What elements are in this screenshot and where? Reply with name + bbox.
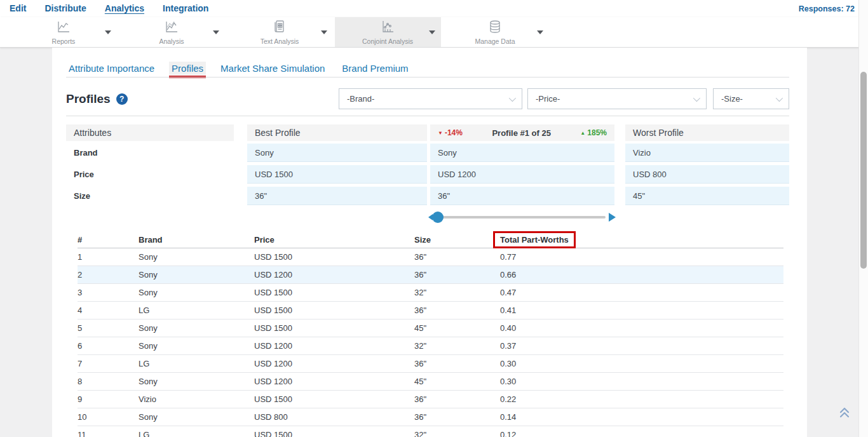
table-row[interactable]: 4LGUSD 150036"0.41 — [78, 302, 783, 319]
column-header-total-part-worths[interactable]: Total Part-Worths — [500, 231, 783, 248]
table-body: 1SonyUSD 150036"0.772SonyUSD 120036"0.66… — [78, 248, 783, 437]
delta-up-badge: ▲ 185% — [580, 128, 607, 137]
size-filter-select[interactable]: -Size- — [713, 88, 789, 109]
table-cell: Sony — [139, 288, 254, 297]
table-row[interactable]: 2SonyUSD 120036"0.66 — [78, 266, 783, 284]
vertical-scrollbar[interactable] — [858, 0, 868, 437]
column-header-price[interactable]: Price — [254, 235, 414, 245]
slider-track[interactable] — [439, 216, 606, 218]
divider — [66, 77, 789, 77]
conjoint-analysis-dropdown-caret[interactable] — [429, 30, 435, 34]
annotation-highlight-box: Total Part-Worths — [493, 231, 576, 248]
brand-filter-value: -Brand- — [347, 94, 374, 104]
table-row[interactable]: 10SonyUSD 80036"0.14 — [78, 408, 783, 426]
table-cell: LG — [139, 430, 254, 437]
table-row[interactable]: 5SonyUSD 150045"0.40 — [78, 319, 783, 337]
chevron-down-icon — [509, 94, 516, 101]
table-cell: 36" — [414, 394, 500, 404]
table-row[interactable]: 11LGUSD 150032"0.12 — [78, 426, 783, 437]
slider-next-arrow[interactable] — [609, 213, 616, 222]
nav-item-integration[interactable]: Integration — [163, 3, 208, 14]
table-cell: 0.47 — [500, 288, 783, 297]
table-row[interactable]: 6SonyUSD 120032"0.37 — [78, 337, 783, 355]
table-cell: 9 — [78, 394, 139, 404]
chevron-down-icon — [776, 94, 783, 101]
table-cell: 36" — [414, 270, 500, 279]
nav-menu: Edit Distribute Analytics Integration — [10, 3, 208, 14]
reports-dropdown-caret[interactable] — [105, 30, 111, 34]
table-cell: 5 — [78, 323, 139, 333]
current-profile-title: Profile #1 of 25 — [492, 128, 550, 138]
table-row[interactable]: 7LGUSD 120036"0.30 — [78, 355, 783, 373]
reports-button[interactable]: Reports — [25, 19, 102, 46]
table-cell: 36" — [414, 359, 500, 368]
worst-profile-price: USD 800 — [625, 165, 789, 184]
table-cell: 0.12 — [500, 430, 783, 437]
analytics-toolbar: Reports Analysis — [0, 17, 868, 48]
conjoint-analysis-button[interactable]: Conjoint Analysis — [349, 19, 426, 46]
slider-handle[interactable] — [432, 212, 444, 223]
table-cell: 2 — [78, 270, 139, 279]
table-cell: 32" — [414, 430, 500, 437]
table-cell: USD 1500 — [254, 323, 414, 333]
tab-market-share-simulation[interactable]: Market Share Simulation — [218, 62, 327, 75]
column-header-number[interactable]: # — [78, 235, 139, 245]
table-cell: 0.30 — [500, 377, 783, 386]
nav-item-analytics[interactable]: Analytics — [105, 3, 144, 14]
tab-profiles[interactable]: Profiles — [169, 62, 206, 75]
table-cell: Sony — [139, 252, 254, 262]
table-cell: USD 1200 — [254, 270, 414, 279]
delta-down-badge: ▼ -14% — [438, 128, 463, 137]
table-cell: USD 1200 — [254, 377, 414, 386]
profiles-table: # Brand Price Size Total Part-Worths 1So… — [78, 231, 783, 437]
table-row[interactable]: 1SonyUSD 150036"0.77 — [78, 248, 783, 266]
tab-attribute-importance[interactable]: Attribute Importance — [66, 62, 157, 75]
table-cell: 11 — [78, 430, 139, 437]
column-header-size[interactable]: Size — [414, 235, 500, 245]
manage-data-dropdown-caret[interactable] — [537, 30, 543, 34]
analysis-chart-icon — [164, 19, 179, 36]
profile-slider — [430, 210, 616, 225]
text-analysis-button[interactable]: Text Analysis — [241, 19, 318, 46]
help-icon[interactable]: ? — [116, 93, 128, 105]
table-row[interactable]: 9VizioUSD 150036"0.22 — [78, 391, 783, 408]
table-cell: 36" — [414, 252, 500, 262]
delta-up-value: 185% — [587, 128, 607, 137]
best-profile-header: Best Profile — [247, 124, 427, 141]
price-filter-select[interactable]: -Price- — [527, 88, 707, 109]
attribute-label-price: Price — [66, 165, 234, 184]
text-analysis-icon — [272, 19, 287, 36]
back-to-top-button[interactable] — [836, 405, 853, 422]
table-cell: 45" — [414, 323, 500, 333]
table-row[interactable]: 3SonyUSD 150032"0.47 — [78, 284, 783, 302]
nav-item-edit[interactable]: Edit — [10, 3, 26, 14]
price-filter-value: -Price- — [536, 94, 560, 104]
analysis-dropdown-caret[interactable] — [213, 30, 219, 34]
table-cell: 10 — [78, 412, 139, 422]
reports-label: Reports — [52, 37, 76, 45]
table-cell: Sony — [139, 412, 254, 422]
manage-data-button[interactable]: Manage Data — [457, 19, 533, 46]
table-cell: 0.41 — [500, 306, 783, 315]
table-cell: 0.77 — [500, 252, 783, 262]
table-cell: 0.22 — [500, 394, 783, 404]
text-analysis-dropdown-caret[interactable] — [321, 30, 327, 34]
column-header-brand[interactable]: Brand — [139, 235, 254, 245]
table-cell: 8 — [78, 377, 139, 386]
table-cell: LG — [139, 306, 254, 315]
nav-item-distribute[interactable]: Distribute — [44, 3, 86, 14]
current-profile-column: ▼ -14% Profile #1 of 25 ▲ 185% Sony USD … — [430, 124, 614, 208]
table-row[interactable]: 8SonyUSD 120045"0.30 — [78, 373, 783, 391]
table-cell: USD 1500 — [254, 430, 414, 437]
analysis-label: Analysis — [159, 37, 184, 45]
analysis-button[interactable]: Analysis — [133, 19, 210, 46]
brand-filter-select[interactable]: -Brand- — [339, 88, 522, 109]
tab-brand-premium[interactable]: Brand Premium — [339, 62, 410, 75]
table-cell: USD 1500 — [254, 394, 414, 404]
table-cell: USD 1500 — [254, 306, 414, 315]
table-cell: 4 — [78, 306, 139, 315]
conjoint-analysis-icon — [380, 19, 395, 36]
size-filter-value: -Size- — [721, 94, 743, 104]
current-profile-size: 36" — [430, 187, 614, 205]
scrollbar-thumb[interactable] — [860, 72, 867, 269]
